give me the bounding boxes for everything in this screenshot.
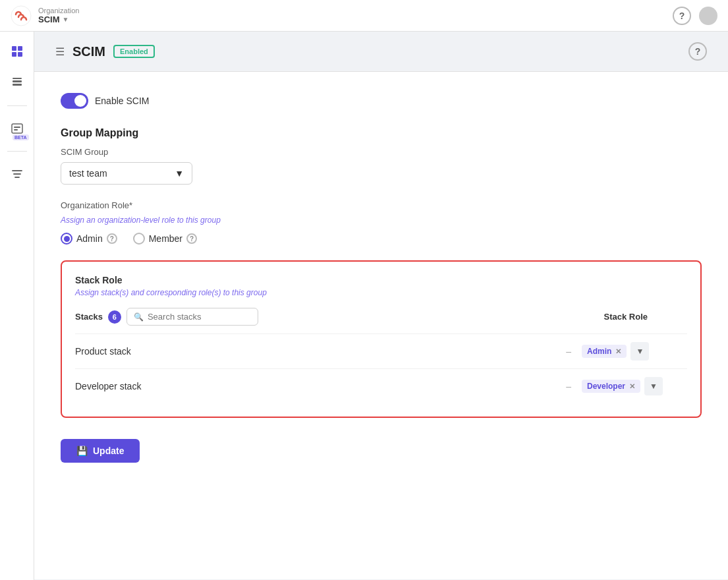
stack-separator-2: – bbox=[566, 381, 571, 392]
org-chevron-icon: ▼ bbox=[63, 16, 69, 23]
page-header-left: ☰ SCIM Enabled bbox=[55, 44, 155, 59]
stacks-header: Stacks 6 🔍 Stack Role bbox=[75, 308, 687, 326]
svg-rect-2 bbox=[18, 46, 22, 51]
remove-developer-role-icon[interactable]: ✕ bbox=[629, 382, 635, 391]
content-area: Enable SCIM Group Mapping SCIM Group tes… bbox=[34, 72, 728, 579]
svg-rect-3 bbox=[12, 52, 16, 57]
remove-admin-role-icon[interactable]: ✕ bbox=[615, 347, 621, 356]
role-tag-developer: Developer ✕ bbox=[582, 380, 640, 393]
svg-rect-7 bbox=[13, 78, 22, 79]
top-help-button[interactable]: ? bbox=[673, 7, 691, 25]
svg-rect-10 bbox=[14, 129, 18, 130]
page-title: SCIM bbox=[72, 44, 105, 59]
radio-member-label: Member bbox=[149, 233, 182, 244]
svg-point-0 bbox=[11, 6, 31, 26]
sidebar-divider bbox=[7, 105, 27, 106]
enabled-badge: Enabled bbox=[113, 45, 155, 58]
sidebar-item-beta[interactable]: BETA bbox=[8, 119, 26, 138]
group-mapping-title: Group Mapping bbox=[61, 127, 702, 139]
update-button-icon: 💾 bbox=[76, 446, 88, 456]
scim-group-value: test team bbox=[69, 168, 107, 179]
svg-rect-4 bbox=[18, 52, 22, 57]
stack-row: Developer stack – Developer ✕ ▼ bbox=[75, 368, 687, 403]
stack-role-title: Stack Role bbox=[75, 275, 687, 285]
stack-name-product: Product stack bbox=[75, 346, 555, 357]
page-help-button[interactable]: ? bbox=[688, 42, 707, 61]
org-role-label: Organization Role* bbox=[61, 200, 702, 210]
developer-stack-dropdown[interactable]: ▼ bbox=[644, 377, 663, 395]
member-help-icon[interactable]: ? bbox=[186, 233, 197, 244]
product-stack-dropdown[interactable]: ▼ bbox=[630, 342, 649, 361]
update-button-label: Update bbox=[93, 446, 124, 456]
toggle-knob bbox=[74, 95, 86, 107]
radio-admin-circle bbox=[61, 233, 72, 245]
enable-scim-section: Enable SCIM bbox=[61, 93, 702, 109]
scim-group-dropdown[interactable]: test team ▼ bbox=[61, 162, 192, 185]
org-info: Organization SCIM ▼ bbox=[38, 7, 79, 24]
enable-scim-toggle[interactable] bbox=[61, 93, 88, 109]
search-stacks-input[interactable] bbox=[148, 312, 251, 322]
org-role-helper: Assign an organization-level role to thi… bbox=[61, 216, 702, 225]
sidebar-item-filters[interactable] bbox=[8, 165, 26, 183]
stack-name-developer: Developer stack bbox=[75, 381, 555, 392]
org-role-section: Organization Role* Assign an organizatio… bbox=[61, 200, 702, 245]
role-tag-developer-label: Developer bbox=[587, 382, 625, 391]
beta-label: BETA bbox=[13, 134, 29, 140]
stack-role-box: Stack Role Assign stack(s) and correspon… bbox=[61, 260, 702, 418]
stacks-count: 6 bbox=[108, 310, 121, 324]
radio-member[interactable]: Member ? bbox=[133, 233, 197, 245]
search-icon: 🔍 bbox=[134, 312, 144, 322]
sidebar-item-grid[interactable] bbox=[8, 42, 26, 61]
stack-role-tag-area-1: Admin ✕ ▼ bbox=[582, 342, 687, 361]
role-tag-admin: Admin ✕ bbox=[582, 345, 627, 358]
user-avatar[interactable] bbox=[699, 7, 717, 25]
radio-admin-label: Admin bbox=[76, 233, 103, 244]
radio-member-circle bbox=[133, 233, 145, 245]
svg-rect-9 bbox=[14, 127, 20, 128]
top-nav-left: Organization SCIM ▼ bbox=[11, 5, 79, 26]
org-role-radio-group: Admin ? Member ? bbox=[61, 233, 702, 245]
stack-role-col-label: Stack Role bbox=[604, 312, 648, 322]
app-logo[interactable] bbox=[11, 5, 32, 26]
main-content: ☰ SCIM Enabled ? Enable SCIM Group Mappi… bbox=[34, 32, 728, 580]
enable-scim-label: Enable SCIM bbox=[95, 96, 149, 106]
scim-group-label: SCIM Group bbox=[61, 147, 702, 157]
stack-role-tag-area-2: Developer ✕ ▼ bbox=[582, 377, 687, 395]
stack-row: Product stack – Admin ✕ ▼ bbox=[75, 334, 687, 368]
top-nav: Organization SCIM ▼ ? bbox=[0, 0, 728, 32]
org-name-dropdown[interactable]: SCIM ▼ bbox=[38, 14, 79, 24]
role-tag-admin-label: Admin bbox=[587, 347, 611, 356]
org-label: Organization bbox=[38, 7, 79, 14]
top-nav-right: ? bbox=[673, 7, 717, 25]
svg-rect-6 bbox=[13, 84, 22, 86]
svg-rect-1 bbox=[12, 46, 16, 51]
stack-role-helper: Assign stack(s) and corresponding role(s… bbox=[75, 288, 687, 297]
stack-separator-1: – bbox=[566, 346, 571, 357]
svg-rect-8 bbox=[12, 124, 22, 133]
scim-group-chevron-icon: ▼ bbox=[175, 168, 184, 179]
sidebar-item-layers[interactable] bbox=[8, 74, 26, 92]
admin-help-icon[interactable]: ? bbox=[107, 233, 117, 244]
svg-rect-5 bbox=[13, 80, 22, 82]
group-mapping-section: Group Mapping SCIM Group test team ▼ bbox=[61, 127, 702, 185]
stacks-label: Stacks bbox=[75, 312, 103, 322]
search-stacks-field[interactable]: 🔍 bbox=[126, 308, 258, 326]
page-header: ☰ SCIM Enabled ? bbox=[34, 32, 728, 72]
sidebar-toggle-icon[interactable]: ☰ bbox=[55, 45, 65, 58]
sidebar: BETA bbox=[0, 32, 34, 580]
sidebar-divider-2 bbox=[7, 151, 27, 152]
update-button[interactable]: 💾 Update bbox=[61, 439, 140, 463]
radio-admin[interactable]: Admin ? bbox=[61, 233, 117, 245]
